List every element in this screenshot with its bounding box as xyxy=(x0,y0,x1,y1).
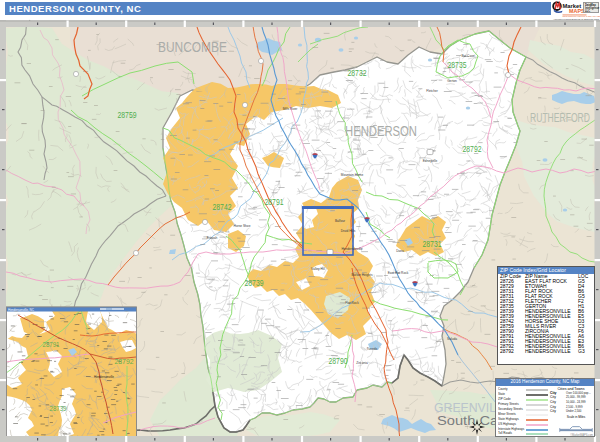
svg-text:28732: 28732 xyxy=(348,68,367,78)
svg-text:28739: 28739 xyxy=(50,405,67,412)
svg-text:HENDERSON: HENDERSON xyxy=(345,123,417,139)
svg-text:Mountain Home: Mountain Home xyxy=(341,173,364,177)
svg-text:Etowah: Etowah xyxy=(207,236,218,240)
svg-text:BUNCOMBE: BUNCOMBE xyxy=(158,39,227,55)
svg-text:Saluda: Saluda xyxy=(447,337,457,341)
svg-text:28790: 28790 xyxy=(329,356,348,366)
svg-text:Mills River: Mills River xyxy=(283,107,299,111)
svg-text:Flat Rock: Flat Rock xyxy=(345,301,359,305)
svg-text:www.MarketMAPS.com 1-888-434: www.MarketMAPS.com 1-888-434-6277 xyxy=(563,15,600,17)
svg-text:28792: 28792 xyxy=(463,144,482,154)
svg-text:28791: 28791 xyxy=(265,197,284,207)
svg-text:Edneyville: Edneyville xyxy=(423,159,438,163)
svg-text:Barker Heights: Barker Heights xyxy=(351,273,372,277)
svg-text:Tuxedo: Tuxedo xyxy=(367,347,378,351)
svg-text:28739: 28739 xyxy=(245,278,264,288)
svg-text:Dana: Dana xyxy=(396,249,404,253)
svg-text:Druid Hills: Druid Hills xyxy=(341,229,356,233)
svg-text:Bat Cave: Bat Cave xyxy=(461,54,474,58)
svg-text:Fletcher: Fletcher xyxy=(426,89,438,93)
svg-text:Gerton: Gerton xyxy=(447,79,457,83)
svg-text:28742: 28742 xyxy=(213,202,232,212)
svg-text:28731: 28731 xyxy=(423,239,442,249)
svg-text:28791: 28791 xyxy=(43,341,60,348)
svg-text:Hendersonville: Hendersonville xyxy=(94,375,114,379)
svg-text:Horse Shoe: Horse Shoe xyxy=(234,224,251,228)
svg-text:Hendersonville, NC: Hendersonville, NC xyxy=(8,308,35,312)
svg-text:28759: 28759 xyxy=(118,110,137,120)
svg-text:RUTHERFORD: RUTHERFORD xyxy=(530,110,590,125)
svg-text:28735: 28735 xyxy=(448,60,467,70)
svg-text:Balfour: Balfour xyxy=(335,219,346,223)
svg-text:East Flat Rock: East Flat Rock xyxy=(388,271,409,275)
svg-text:28792: 28792 xyxy=(115,357,134,366)
svg-text:Valley Hill: Valley Hill xyxy=(311,267,325,271)
svg-text:America's Leading Business-To-: America's Leading Business-To-Business M… xyxy=(553,18,600,20)
svg-text:Zirconia: Zirconia xyxy=(356,361,368,365)
svg-text:Hendersonville: Hendersonville xyxy=(341,247,362,251)
